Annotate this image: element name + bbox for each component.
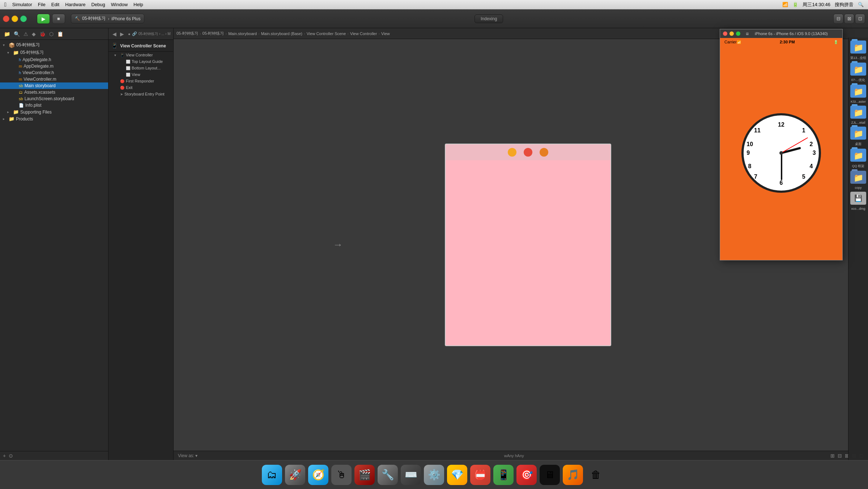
constraint-icon[interactable]: ⊟ [838,453,842,459]
navigator-toggle[interactable]: ⊟ [833,14,843,24]
scene-bottom-layout[interactable]: ▸ ⬜ Bottom Layout... [109,65,173,71]
breadcrumb-storyboard[interactable]: Main.storyboard [228,31,257,36]
clock-num-6: 6 [780,180,783,186]
folder-4[interactable]: 📁 [850,106,866,119]
filter-button[interactable]: ⊙ [9,453,13,459]
file-appdelegate-h[interactable]: ▸ h AppDelegate.h [0,56,108,63]
clock-num-7: 7 [754,174,757,180]
second-hand [781,137,808,153]
scene-viewcontroller[interactable]: ▾ 📱 View Controller [109,52,173,58]
dock-sketch[interactable]: 💎 [447,465,467,485]
dock-system-prefs[interactable]: ⚙️ [424,465,444,485]
simulator-content: 12 1 2 3 4 5 6 7 8 9 10 11 [720,46,842,260]
scene-exit[interactable]: ▸ 🔴 Exit [109,84,173,91]
wifi-icon[interactable]: 📶 [782,2,788,7]
dock-orange-app[interactable]: 🎵 [563,465,583,485]
dock-mouse[interactable]: 🖱 [331,465,352,485]
view-as-button[interactable]: View as: ▾ [178,453,197,458]
menu-hardware[interactable]: Hardware [65,2,85,7]
inspector-toggle[interactable]: ⊡ [855,14,865,24]
folder-desktop[interactable]: 📁 [850,127,866,140]
dock-script[interactable]: 🔧 [378,465,398,485]
sim-minimize-button[interactable] [729,31,734,36]
dock-launchpad[interactable]: 🚀 [285,465,305,485]
dock-dark-app[interactable]: 🖥 [540,465,560,485]
input-method[interactable]: 搜狗拼音 [835,1,854,8]
file-supporting-files[interactable]: ▸ 📁 Supporting Files [0,109,108,115]
scene-back-button[interactable]: ◀ [111,31,118,37]
toolbar-orange-icon [540,148,548,157]
simulator-title: iPhone 6s - iPhone 6s / iOS 9.0 (13A340) [755,31,828,36]
maximize-button[interactable] [20,16,27,22]
clock-num-4: 4 [809,163,813,170]
dock-green-app[interactable]: 📱 [493,465,514,485]
file-dmg-label: xco...dmg [851,207,865,211]
search-nav-icon[interactable]: 🔍 [13,31,21,37]
menu-simulator[interactable]: Simulator [12,2,32,7]
menu-debug[interactable]: Debug [91,2,105,7]
file-info-plist[interactable]: ▸ 📄 Info.plist [0,102,108,109]
minimize-button[interactable] [12,16,18,22]
menu-edit[interactable]: Edit [51,2,59,7]
breadcrumb-view[interactable]: View [381,31,390,36]
scene-view[interactable]: ▸ ⬜ View [109,71,173,78]
file-main-storyboard[interactable]: ▸ sb Main storyboard [0,82,108,89]
run-button[interactable]: ▶ [37,14,50,24]
scene-storyboard-entry[interactable]: ▸ ➤ Storyboard Entry Point [109,91,173,97]
breadcrumb-folder[interactable]: 05-时钟练习 [203,31,224,36]
warning-icon[interactable]: ⚠ [22,31,29,37]
scheme-selector[interactable]: 🔨 05-时钟练习 › iPhone 6s Plus [71,14,144,24]
folder-4-label: ZJL...etail [851,121,865,124]
file-dmg[interactable]: 💾 [850,192,866,205]
sim-maximize-button[interactable] [736,31,740,36]
dock-finder[interactable]: 🗂 [262,465,282,485]
dock-safari[interactable]: 🧭 [308,465,328,485]
breadcrumb-base[interactable]: Main.storyboard (Base) [261,31,302,36]
folder-1[interactable]: 📁 [850,41,866,54]
report-icon[interactable]: 📋 [56,31,64,37]
file-appdelegate-m[interactable]: ▸ m AppDelegate.m [0,63,108,69]
file-assets[interactable]: ▸ 🗂 Assets.xcassets [0,89,108,95]
stop-button[interactable] [3,16,9,22]
toolbar-red-icon [524,148,532,157]
root-project[interactable]: ▾ 📦 05-时钟练习 [0,41,108,49]
file-products[interactable]: ▸ 📁 Products [0,115,108,122]
dock-terminal[interactable]: ⌨️ [401,465,421,485]
debug-nav-icon[interactable]: 🐞 [38,31,47,37]
build-stop-button[interactable]: ■ [52,14,65,24]
breadcrumb-scene[interactable]: View Controller Scene [307,31,346,36]
test-icon[interactable]: ◆ [31,31,37,37]
folder-copy[interactable]: 📁 [850,171,866,184]
dock-ppt[interactable]: 📛 [470,465,490,485]
file-launchscreen[interactable]: ▸ sb LaunchScreen.storyboard [0,95,108,102]
breakpoint-icon[interactable]: ⬡ [48,31,55,37]
file-group-main[interactable]: ▾ 📁 05-时钟练习 [0,49,108,56]
dock-trash[interactable]: 🗑 [586,465,606,485]
breadcrumb-vc[interactable]: View Controller [350,31,377,36]
folder-2[interactable]: 📁 [850,63,866,76]
menu-help[interactable]: Help [133,2,143,7]
search-icon[interactable]: 🔍 [858,2,864,7]
apple-menu[interactable]:  [4,1,7,8]
folder-qq[interactable]: 📁 [850,149,866,162]
scene-first-responder[interactable]: ▸ 🔴 First Responder [109,78,173,84]
folder-1-label: 第13...业组 [850,56,867,60]
dock-movie[interactable]: 🎬 [354,465,375,485]
folder-icon[interactable]: 📁 [3,31,11,37]
add-file-button[interactable]: + [3,453,6,459]
menu-file[interactable]: File [38,2,46,7]
grid-icon[interactable]: ⊞ [830,453,835,459]
debug-toggle[interactable]: ⊠ [844,14,854,24]
dock-red-app[interactable]: 🎯 [516,465,537,485]
scene-top-layout[interactable]: ▸ ⬜ Top Layout Guide [109,58,173,65]
navigator-bottom: + ⊙ [0,451,108,460]
menu-window[interactable]: Window [111,2,128,7]
breadcrumb-project[interactable]: 05-时钟练习 [176,31,198,36]
folder-3[interactable]: 📁 [850,85,866,98]
file-viewcontroller-h[interactable]: ▸ h ViewController.h [0,69,108,76]
sim-time: 2:30 PM [741,40,834,44]
scene-forward-button[interactable]: ▶ [119,31,125,37]
file-viewcontroller-m[interactable]: ▸ m ViewController.m [0,76,108,82]
entry-arrow: → [333,239,343,251]
sim-close-button[interactable] [723,31,727,36]
